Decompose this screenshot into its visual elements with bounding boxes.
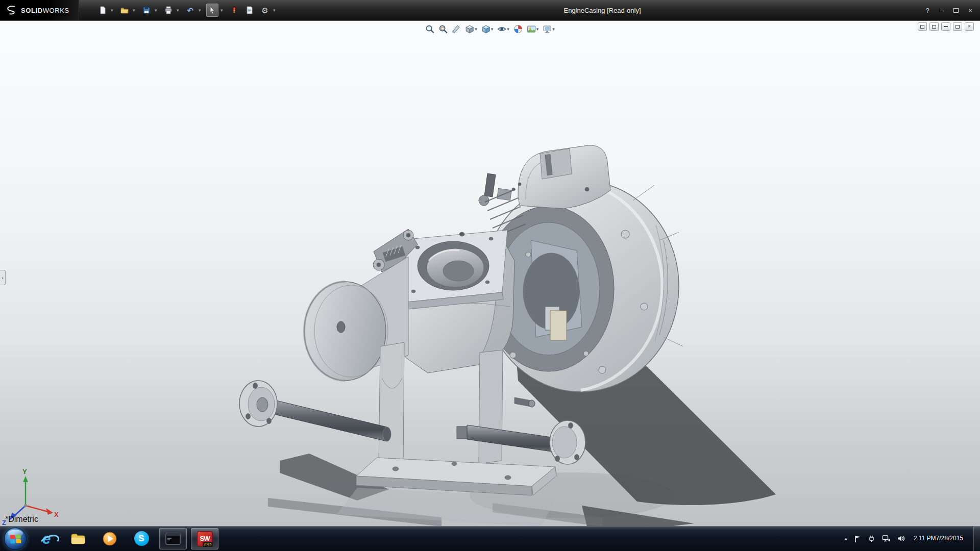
feature-manager-flyout-tab[interactable]: ‹ [0, 270, 6, 285]
show-hidden-icons-button[interactable]: ▴ [844, 535, 848, 542]
clock-time: 2:11 PM [914, 535, 936, 543]
triad-x-label: X [54, 511, 59, 518]
clock[interactable]: 2:11 PM 7/28/2015 [913, 534, 964, 544]
windows-flag-icon [10, 534, 22, 544]
engine-casing-model[interactable] [0, 21, 980, 526]
heads-up-view-toolbar: ▾ ▾ ▾ [424, 23, 556, 35]
skype-icon: S [134, 531, 149, 546]
taskbar-internet-explorer[interactable]: e [33, 528, 60, 549]
print-button[interactable] [162, 4, 175, 17]
hide-show-items-button[interactable]: ▾ [496, 23, 510, 35]
power-tray-button[interactable] [867, 534, 876, 543]
menu-bar-toolbar: ▾ ▾ ▾ ▾ [96, 4, 280, 17]
title-bar: SOLIDWORKS ▾ ▾ ▾ [0, 0, 980, 20]
zoom-to-area-button[interactable] [437, 23, 449, 35]
options-dropdown-arrow[interactable]: ▾ [271, 4, 278, 17]
brand-text: SOLIDWORKS [21, 7, 69, 14]
new-button[interactable] [96, 4, 109, 17]
edit-appearance-button[interactable] [512, 23, 524, 35]
close-window-button[interactable]: × [965, 5, 976, 16]
task-pane-toggle-button[interactable] [918, 22, 927, 31]
taskbar-windows-media-player[interactable] [96, 528, 124, 549]
edit-appearance-icon [513, 24, 523, 34]
section-view-icon [452, 24, 461, 34]
print-dropdown-arrow[interactable]: ▾ [175, 4, 181, 17]
network-tray-button[interactable] [881, 534, 891, 543]
hide-show-items-dropdown-arrow[interactable]: ▾ [507, 27, 509, 32]
open-dropdown-arrow[interactable]: ▾ [131, 4, 137, 17]
taskbar-command-prompt[interactable] [159, 528, 187, 549]
power-plug-icon [868, 535, 875, 542]
open-button[interactable] [118, 4, 131, 17]
window-controls: ? – × [922, 0, 976, 20]
display-style-icon [481, 24, 491, 34]
minimize-window-button[interactable]: – [936, 5, 947, 16]
save-button[interactable] [140, 4, 153, 17]
print-icon [164, 6, 173, 14]
close-document-button[interactable]: × [965, 22, 974, 31]
taskbar-windows-explorer[interactable] [64, 528, 92, 549]
action-center-flag-icon [854, 535, 861, 543]
fullscreen-icon [932, 25, 936, 29]
undo-dropdown-arrow[interactable]: ▾ [197, 4, 203, 17]
document-window-controls: × [918, 22, 974, 31]
rebuild-traffic-light-icon [230, 6, 238, 14]
solidworks-letters: SW [200, 535, 210, 542]
ds-logo-icon [5, 5, 17, 15]
apply-scene-icon [527, 24, 536, 34]
section-view-button[interactable] [451, 23, 462, 35]
view-orientation-dropdown-arrow[interactable]: ▾ [475, 27, 477, 32]
taskbar-solidworks-2015[interactable]: SW 2015 [191, 528, 218, 549]
view-orientation-button[interactable]: ▾ [464, 23, 478, 35]
hide-show-items-icon [497, 24, 506, 34]
undo-icon: ↶ [187, 7, 194, 14]
select-dropdown-arrow[interactable]: ▾ [218, 4, 225, 17]
zoom-to-fit-button[interactable] [424, 23, 435, 35]
apply-scene-dropdown-arrow[interactable]: ▾ [536, 27, 539, 32]
open-folder-icon [120, 6, 129, 14]
taskbar-skype[interactable]: S [128, 528, 155, 549]
pane-icon [920, 25, 924, 29]
new-dropdown-arrow[interactable]: ▾ [109, 4, 115, 17]
start-button[interactable] [4, 528, 27, 550]
system-tray: ▴ [844, 526, 980, 551]
minimize-document-button[interactable] [941, 22, 950, 31]
clock-date: 7/28/2015 [936, 535, 963, 543]
graphics-area[interactable]: ▾ ▾ ▾ [0, 20, 980, 526]
solidworks-icon: SW 2015 [197, 531, 213, 546]
action-center-button[interactable] [853, 534, 862, 544]
file-properties-icon [246, 6, 254, 14]
fullscreen-toggle-button[interactable] [929, 22, 939, 31]
show-desktop-button[interactable] [973, 526, 980, 551]
file-properties-button[interactable] [243, 4, 256, 17]
maximize-window-button[interactable] [950, 5, 962, 16]
rebuild-button[interactable] [228, 4, 240, 17]
display-style-button[interactable]: ▾ [480, 23, 495, 35]
options-gear-icon: ⚙ [261, 7, 268, 14]
undo-button[interactable]: ↶ [184, 4, 197, 17]
solidworks-year-badge: 2015 [203, 542, 213, 546]
view-settings-dropdown-arrow[interactable]: ▾ [552, 27, 555, 32]
view-settings-icon [543, 24, 552, 34]
solidworks-logo: SOLIDWORKS [0, 0, 79, 20]
options-button[interactable]: ⚙ [259, 4, 271, 17]
select-button[interactable] [206, 4, 218, 17]
help-button[interactable]: ? [922, 5, 933, 16]
volume-tray-button[interactable] [896, 534, 906, 543]
zoom-to-area-icon [438, 24, 448, 34]
restore-doc-icon [955, 25, 960, 29]
select-cursor-icon [208, 6, 216, 14]
taskbar: e S SW 2015 [0, 526, 980, 551]
save-floppy-icon [142, 6, 151, 14]
display-style-dropdown-arrow[interactable]: ▾ [491, 27, 494, 32]
view-orientation-cube-icon [465, 24, 474, 34]
media-player-icon [102, 531, 117, 546]
restore-document-button[interactable] [953, 22, 962, 31]
internet-explorer-icon: e [42, 531, 51, 546]
zoom-to-fit-icon [425, 24, 434, 34]
windows-explorer-folder-icon [70, 533, 86, 545]
view-settings-button[interactable]: ▾ [542, 23, 556, 35]
apply-scene-button[interactable]: ▾ [526, 23, 540, 35]
save-dropdown-arrow[interactable]: ▾ [153, 4, 159, 17]
view-orientation-label: *Dimetric [5, 515, 38, 524]
